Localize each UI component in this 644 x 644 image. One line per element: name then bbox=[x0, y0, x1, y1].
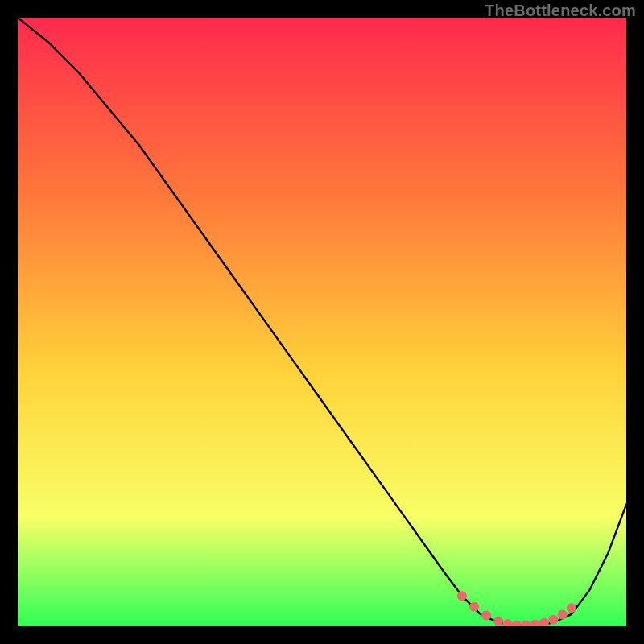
optimal-marker bbox=[567, 603, 576, 613]
optimal-marker bbox=[493, 617, 503, 626]
optimal-marker bbox=[558, 610, 568, 620]
optimal-marker bbox=[548, 615, 558, 625]
optimal-marker bbox=[481, 610, 491, 620]
attribution-text: TheBottleneck.com bbox=[485, 2, 636, 20]
optimal-marker bbox=[457, 591, 467, 601]
optimal-marker bbox=[469, 602, 479, 612]
chart-frame bbox=[18, 18, 626, 626]
bottleneck-chart bbox=[18, 18, 626, 626]
